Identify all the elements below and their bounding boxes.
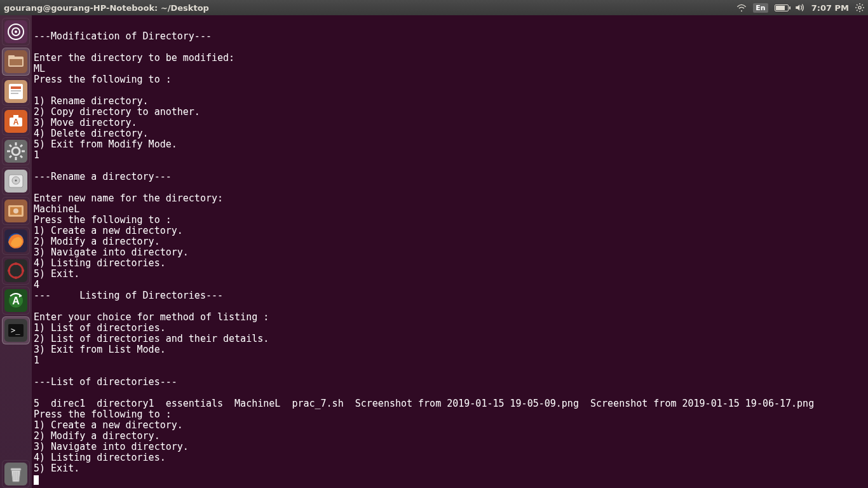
terminal-line: 4) Listing directories.	[34, 258, 866, 269]
terminal-line: Enter the directory to be modified:	[34, 53, 866, 64]
launcher-terminal-icon[interactable]: >_	[2, 316, 30, 344]
terminal-cursor	[34, 475, 39, 485]
svg-rect-15	[8, 55, 15, 58]
terminal-line	[34, 182, 866, 193]
terminal-cursor-line	[34, 474, 866, 485]
terminal-line	[34, 301, 866, 312]
wifi-icon[interactable]	[736, 3, 747, 12]
svg-line-7	[857, 10, 857, 11]
launcher-libreoffice-impress-icon[interactable]	[2, 78, 30, 105]
terminal-line: ML	[34, 64, 866, 74]
terminal-line: 5 direc1 directory1 essentials MachineL …	[34, 398, 866, 409]
launcher-updates-icon[interactable]	[2, 257, 30, 285]
terminal-line: 1) Create a new directory.	[34, 226, 866, 236]
svg-text:A: A	[13, 118, 19, 126]
terminal-line	[34, 85, 866, 96]
terminal-line	[34, 42, 866, 53]
terminal-line: 1) Create a new directory.	[34, 420, 866, 431]
terminal-line: 1) List of directories.	[34, 323, 866, 334]
launcher-firefox-icon[interactable]	[2, 227, 30, 255]
launcher-ubuntu-software-icon[interactable]: A	[2, 107, 30, 135]
terminal-line	[34, 20, 866, 31]
launcher-screenshot-icon[interactable]	[2, 197, 30, 225]
svg-text:A: A	[12, 295, 20, 306]
svg-line-6	[862, 10, 863, 11]
terminal-line: 3) Navigate into directory.	[34, 247, 866, 258]
terminal-line: 4) Delete directory.	[34, 128, 866, 139]
svg-rect-19	[11, 86, 21, 89]
svg-line-5	[857, 4, 857, 5]
terminal-line: 4) Listing directories.	[34, 452, 866, 463]
terminal[interactable]: ---Modification of Directory--- Enter th…	[32, 15, 868, 488]
svg-line-34	[10, 156, 11, 158]
svg-rect-16	[10, 59, 22, 65]
terminal-line: --- Listing of Directories---	[34, 290, 866, 301]
launcher-dash-icon[interactable]	[2, 18, 30, 46]
keyboard-lang-indicator[interactable]: En	[753, 3, 768, 13]
battery-icon[interactable]	[775, 4, 789, 11]
terminal-line: ---Modification of Directory---	[34, 31, 866, 42]
sound-icon[interactable]	[795, 3, 805, 12]
launcher-settings-icon[interactable]	[2, 137, 30, 165]
terminal-line: 2) Modify a directory.	[34, 236, 866, 247]
terminal-line: ---List of directories---	[34, 377, 866, 388]
system-tray: En 7:07 PM	[736, 3, 864, 13]
terminal-line: 4	[34, 280, 866, 290]
terminal-line	[34, 161, 866, 172]
terminal-line: Press the following to :	[34, 215, 866, 226]
terminal-line: MachineL	[34, 204, 866, 215]
launcher-trash-icon[interactable]	[2, 460, 30, 488]
launcher-disks-icon[interactable]	[2, 167, 30, 195]
terminal-line: ---Rename a directory---	[34, 172, 866, 182]
svg-point-39	[15, 180, 17, 182]
terminal-line	[34, 366, 866, 377]
svg-rect-21	[11, 93, 18, 94]
window-title: gourang@gourang-HP-Notebook: ~/Desktop	[4, 3, 209, 13]
svg-line-32	[10, 145, 11, 147]
svg-rect-60	[11, 468, 21, 470]
terminal-line: 3) Navigate into directory.	[34, 442, 866, 452]
svg-line-33	[20, 156, 22, 158]
clock[interactable]: 7:07 PM	[811, 3, 849, 13]
terminal-line: Press the following to :	[34, 409, 866, 420]
svg-line-35	[20, 145, 22, 147]
terminal-line: 5) Exit.	[34, 463, 866, 474]
terminal-line: Enter new name for the directory:	[34, 193, 866, 204]
terminal-line: 5) Exit from Modify Mode.	[34, 139, 866, 150]
svg-line-8	[862, 4, 863, 5]
terminal-line: Enter your choice for method of listing …	[34, 312, 866, 323]
terminal-line: 3) Move directory.	[34, 118, 866, 128]
terminal-line: 3) Exit from List Mode.	[34, 344, 866, 355]
terminal-line: 1	[34, 150, 866, 161]
top-panel: gourang@gourang-HP-Notebook: ~/Desktop E…	[0, 0, 868, 15]
svg-text:>_: >_	[11, 326, 20, 335]
terminal-line	[34, 388, 866, 398]
svg-rect-20	[11, 90, 21, 92]
terminal-line: 2) Copy directory to another.	[34, 107, 866, 118]
svg-point-12	[15, 30, 17, 33]
terminal-line: 1) Rename directory.	[34, 96, 866, 107]
terminal-line: 5) Exit.	[34, 269, 866, 280]
svg-point-0	[858, 6, 861, 9]
launcher: A	[0, 15, 32, 488]
launcher-software-updater-icon[interactable]: A	[2, 287, 30, 315]
launcher-files-icon[interactable]	[2, 48, 30, 76]
terminal-line: 2) Modify a directory.	[34, 431, 866, 442]
svg-point-43	[13, 208, 18, 214]
terminal-line: 2) List of directories and their details…	[34, 334, 866, 344]
gear-icon[interactable]	[855, 3, 864, 12]
terminal-line: 1	[34, 355, 866, 366]
terminal-line: Press the following to :	[34, 74, 866, 85]
